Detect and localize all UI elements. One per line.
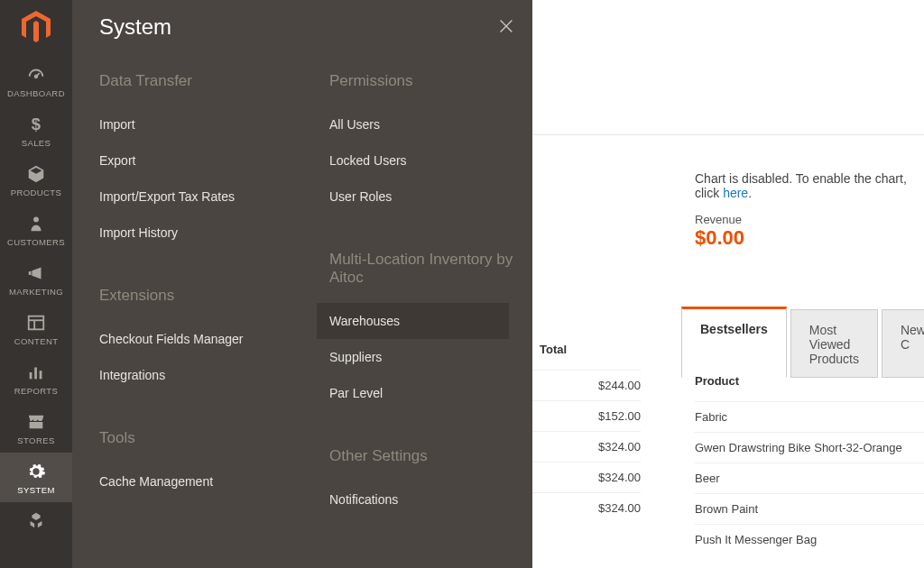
bestseller-row[interactable]: Gwen Drawstring Bike Short-32-Orange: [695, 432, 924, 463]
rail-content[interactable]: CONTENT: [0, 304, 72, 353]
rail-system[interactable]: SYSTEM: [0, 453, 72, 502]
bestsellers-header-product: Product: [695, 374, 739, 388]
menu-import[interactable]: Import: [99, 106, 302, 142]
flyout-col-left: Data Transfer Import Export Import/Expor…: [72, 72, 302, 568]
order-total-cell: $324.00: [532, 431, 641, 462]
rail-label: SALES: [0, 138, 72, 148]
kpi-label: Revenue: [695, 213, 744, 226]
rail-label: STORES: [0, 435, 72, 445]
box-icon: [26, 164, 46, 184]
kpi-revenue: Revenue $0.00: [695, 213, 744, 250]
menu-locked-users[interactable]: Locked Users: [329, 142, 532, 179]
menu-suppliers[interactable]: Suppliers: [329, 339, 532, 375]
tab-new-customers[interactable]: New C: [882, 309, 924, 378]
dashboard-tabs: Bestsellers Most Viewed Products New C: [681, 307, 924, 378]
section-heading: Multi-Location Inventory by Aitoc: [329, 251, 532, 287]
rail-extensions[interactable]: [0, 502, 72, 542]
chart-disabled-message: Chart is disabled. To enable the chart, …: [695, 171, 924, 200]
cubes-icon: [26, 511, 46, 531]
admin-left-rail: DASHBOARD $ SALES PRODUCTS CUSTOMERS MAR…: [0, 0, 72, 568]
tab-bestsellers[interactable]: Bestsellers: [681, 307, 787, 378]
svg-point-0: [35, 75, 38, 78]
megaphone-icon: [26, 263, 46, 283]
menu-export[interactable]: Export: [99, 142, 302, 179]
close-icon[interactable]: [496, 16, 516, 36]
rail-products[interactable]: PRODUCTS: [0, 155, 72, 205]
kpi-value: $0.00: [695, 226, 744, 250]
gear-icon: [26, 462, 46, 481]
section-heading: Other Settings: [329, 447, 532, 465]
rail-label: CUSTOMERS: [0, 237, 72, 247]
section-heading: Extensions: [99, 287, 302, 305]
rail-label: DASHBOARD: [0, 88, 72, 98]
person-icon: [26, 214, 46, 234]
magento-logo-icon: [22, 11, 51, 43]
menu-import-export-tax-rates[interactable]: Import/Export Tax Rates: [99, 179, 302, 215]
svg-rect-3: [29, 316, 44, 330]
layout-icon: [26, 313, 46, 333]
orders-header-total: Total: [540, 343, 567, 356]
menu-notifications[interactable]: Notifications: [329, 481, 532, 518]
gauge-icon: [26, 65, 46, 85]
order-total-cell: $324.00: [532, 462, 641, 492]
orders-totals-list: $244.00 $152.00 $324.00 $324.00 $324.00: [532, 370, 641, 523]
rail-label: REPORTS: [0, 386, 72, 396]
system-flyout-panel: System Data Transfer Import Export Impor…: [72, 0, 532, 568]
rail-reports[interactable]: REPORTS: [0, 353, 72, 403]
section-heading: Tools: [99, 429, 302, 447]
rail-marketing[interactable]: MARKETING: [0, 254, 72, 304]
order-total-cell: $152.00: [532, 400, 641, 431]
chart-enable-link[interactable]: here: [723, 186, 748, 200]
menu-checkout-fields-manager[interactable]: Checkout Fields Manager: [99, 321, 302, 357]
rail-customers[interactable]: CUSTOMERS: [0, 205, 72, 254]
menu-import-history[interactable]: Import History: [99, 215, 302, 251]
menu-user-roles[interactable]: User Roles: [329, 179, 532, 215]
bestseller-row[interactable]: Beer: [695, 463, 924, 493]
svg-rect-6: [30, 372, 32, 379]
svg-point-2: [33, 216, 39, 222]
bestseller-row[interactable]: Push It Messenger Bag: [695, 524, 924, 554]
dollar-icon: $: [26, 115, 46, 134]
svg-text:$: $: [32, 115, 42, 133]
flyout-title: System: [99, 14, 171, 40]
bestsellers-list: Fabric Gwen Drawstring Bike Short-32-Ora…: [695, 401, 924, 554]
bar-chart-icon: [26, 362, 46, 382]
rail-sales[interactable]: $ SALES: [0, 105, 72, 155]
bestseller-row[interactable]: Fabric: [695, 401, 924, 432]
menu-cache-management[interactable]: Cache Management: [99, 463, 302, 499]
rail-label: CONTENT: [0, 336, 72, 346]
bestseller-row[interactable]: Brown Paint: [695, 493, 924, 524]
rail-label: SYSTEM: [0, 485, 72, 495]
menu-par-level[interactable]: Par Level: [329, 375, 532, 411]
tab-most-viewed[interactable]: Most Viewed Products: [790, 309, 878, 378]
svg-rect-7: [34, 368, 37, 380]
section-heading: Permissions: [329, 72, 532, 90]
menu-integrations[interactable]: Integrations: [99, 357, 302, 393]
section-heading: Data Transfer: [99, 72, 302, 90]
rail-dashboard[interactable]: DASHBOARD: [0, 56, 72, 105]
rail-stores[interactable]: STORES: [0, 403, 72, 453]
flyout-col-right: Permissions All Users Locked Users User …: [302, 72, 532, 568]
rail-label: MARKETING: [0, 287, 72, 297]
menu-all-users[interactable]: All Users: [329, 106, 532, 142]
menu-warehouses[interactable]: Warehouses: [317, 303, 509, 339]
order-total-cell: $244.00: [532, 370, 641, 400]
storefront-icon: [26, 412, 46, 432]
order-total-cell: $324.00: [532, 492, 641, 523]
chart-msg-suffix: .: [748, 186, 752, 200]
svg-rect-8: [40, 371, 42, 379]
rail-label: PRODUCTS: [0, 188, 72, 197]
